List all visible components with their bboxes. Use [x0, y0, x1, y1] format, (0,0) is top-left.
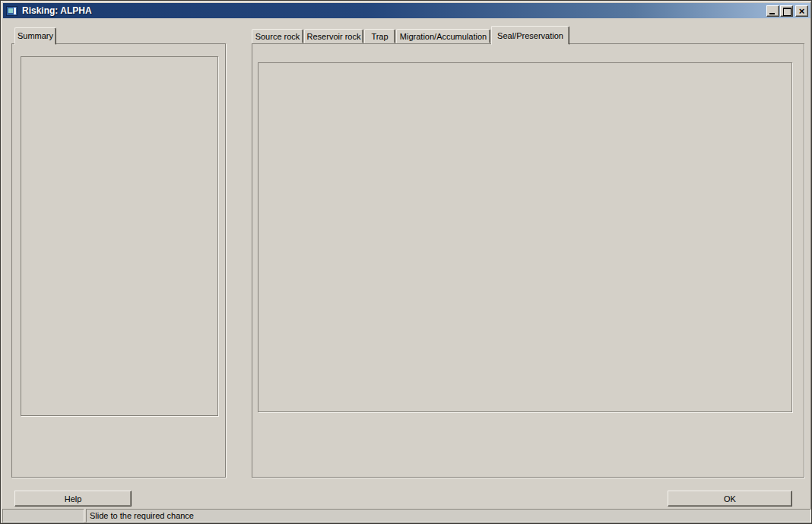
title-bar: Risking: ALPHA: [3, 3, 810, 18]
app-icon: [6, 6, 17, 16]
risking-dialog: Risking: ALPHA Summary Source rock Chanc…: [0, 0, 812, 524]
status-message: Slide to the required chance: [86, 509, 811, 522]
minimize-button[interactable]: [766, 5, 779, 17]
tab-source-rock[interactable]: Source rock: [252, 29, 303, 43]
window-title: Risking: ALPHA: [22, 5, 92, 16]
seal-preservation-inner-panel: [258, 62, 792, 412]
close-button[interactable]: [795, 5, 808, 17]
status-cell-empty: [2, 509, 84, 522]
maximize-button[interactable]: [780, 5, 793, 17]
summary-inner-panel: [21, 56, 218, 416]
tab-migration-accumulation[interactable]: Migration/Accumulation: [396, 29, 490, 43]
ok-button[interactable]: OK: [668, 491, 792, 507]
tab-summary[interactable]: Summary: [14, 27, 56, 45]
tab-reservoir-rock[interactable]: Reservoir rock: [304, 29, 363, 43]
tab-trap[interactable]: Trap: [364, 29, 395, 43]
help-button[interactable]: Help: [14, 491, 132, 507]
tab-seal-preservation[interactable]: Seal/Preservation: [491, 26, 569, 45]
